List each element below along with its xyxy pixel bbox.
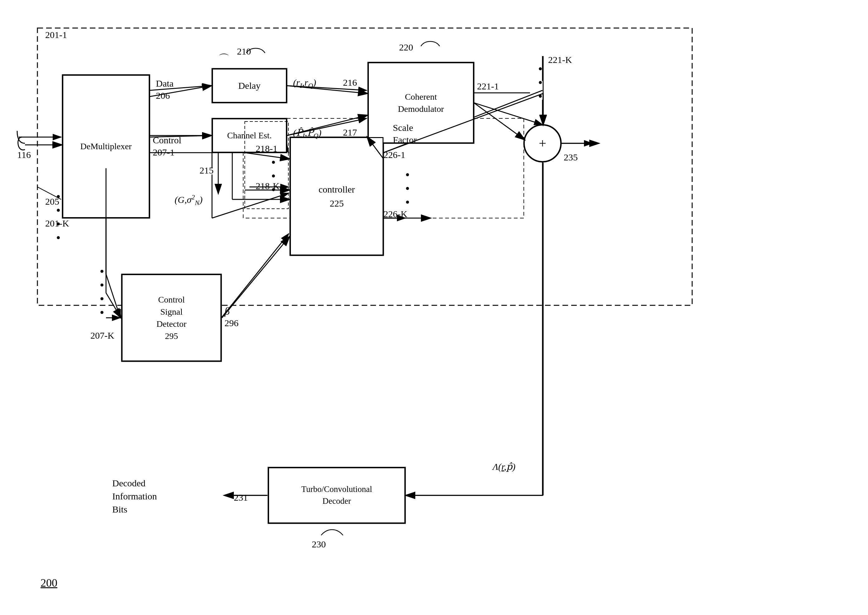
- turbo-decoder-block: Turbo/Convolutional Decoder: [268, 467, 405, 523]
- label-data-206: Data 206: [156, 77, 174, 101]
- sum-circle: +: [524, 125, 561, 162]
- label-p1-pq: (P̂I,P̂Q): [293, 127, 321, 140]
- label-226-1: 226-1: [383, 150, 405, 160]
- label-235: 235: [564, 152, 578, 162]
- dots-left: ••••: [56, 190, 61, 245]
- svg-line-35: [221, 256, 289, 318]
- label-231: 231: [234, 492, 248, 503]
- label-230: 230: [312, 539, 326, 549]
- label-296: 296: [224, 318, 239, 328]
- delay-block: Delay: [212, 69, 287, 103]
- label-201-1: 201-1: [45, 30, 67, 40]
- diagram: DeMultiplexer Delay Channel Est. Coheren…: [0, 0, 868, 615]
- label-beta: β: [224, 305, 230, 317]
- label-221-k: 221-K: [548, 55, 572, 65]
- label-216: 216: [343, 77, 357, 88]
- control-signal-detector-block: Control Signal Detector 295: [122, 274, 221, 361]
- label-221-1: 221-1: [477, 81, 499, 92]
- label-g-sigma: (G,σ2N): [175, 193, 203, 207]
- svg-line-30: [106, 274, 120, 318]
- label-226-k: 226-K: [383, 209, 408, 219]
- dots-218: •••: [271, 156, 275, 197]
- label-lambda: Λ(r,p̂): [493, 461, 515, 472]
- svg-line-17: [474, 103, 543, 125]
- label-220: 220: [399, 42, 413, 53]
- label-215: 215: [200, 165, 214, 176]
- label-scale-factor: Scale Factor: [393, 122, 417, 146]
- coherent-demodulator-block: Coherent Demodulator: [368, 62, 474, 143]
- label-218-k: 218-K: [256, 181, 280, 191]
- dots-226: •••: [405, 168, 410, 209]
- label-200: 200: [41, 576, 57, 590]
- label-r1-rq: (rI,rQ): [293, 77, 316, 90]
- dots-207: ••••: [100, 265, 104, 320]
- label-decoded-info: Decoded Information Bits: [112, 477, 157, 516]
- svg-line-27: [212, 193, 289, 218]
- label-217: 217: [343, 127, 357, 138]
- label-210-curve: ⌒: [218, 52, 230, 67]
- label-207-k: 207-K: [91, 330, 114, 341]
- label-218-1: 218-1: [256, 143, 277, 154]
- label-116: 116: [17, 150, 31, 160]
- label-control-207-1: Control 207-1: [153, 134, 181, 158]
- controller-block: controller 225: [290, 137, 383, 256]
- label-210: 210: [237, 46, 251, 57]
- demultiplexer-block: DeMultiplexer: [63, 75, 150, 218]
- dots-221: •••: [538, 62, 543, 103]
